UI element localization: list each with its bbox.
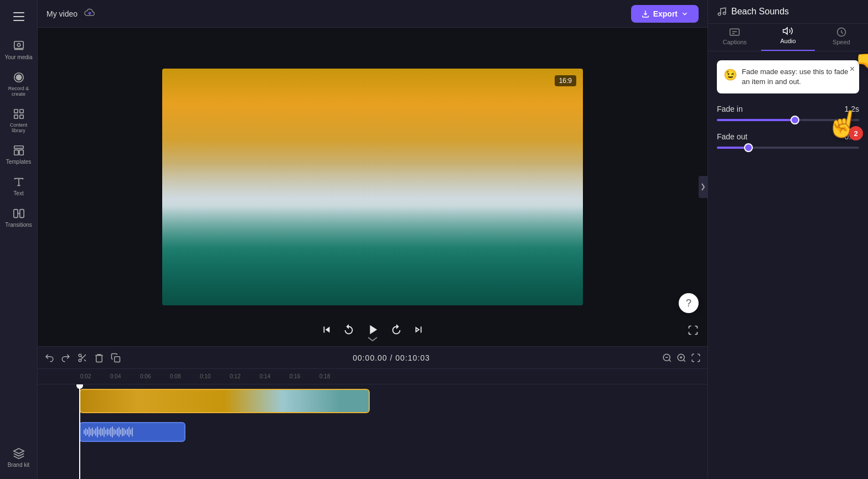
timeline-toolbar: 00:00.00 / 00:10:03 [38, 347, 707, 369]
fade-out-slider[interactable] [717, 147, 859, 149]
sidebar-item-transitions[interactable]: Transitions [2, 203, 35, 232]
fade-in-value: 1.2s [845, 105, 859, 113]
svg-point-13 [79, 354, 81, 357]
svg-point-1 [17, 43, 20, 46]
sidebar-item-brand-kit[interactable]: Brand kit [2, 443, 35, 472]
ruler-mark: 0:10 [199, 373, 229, 379]
sidebar-label-brand-kit: Brand kit [8, 462, 29, 468]
zoom-in-button[interactable] [676, 353, 686, 363]
fade-in-slider-fill [717, 119, 795, 121]
fade-out-label: Fade out [717, 132, 747, 141]
fade-in-label: Fade in [717, 105, 743, 113]
ruler-mark: 0:16 [288, 373, 318, 379]
sidebar-item-text[interactable]: Text [2, 171, 35, 201]
ruler-marks-container: 0:02 0:04 0:06 0:08 0:10 0:12 0:14 0:16 … [79, 373, 707, 379]
redo-button[interactable] [61, 353, 71, 363]
menu-button[interactable] [9, 7, 29, 27]
sidebar-item-record-create[interactable]: Record & create [2, 67, 35, 101]
svg-rect-20 [730, 29, 740, 35]
audio-track-clip[interactable] [79, 422, 185, 442]
right-panel-tabs: Captions Audio Speed [708, 24, 868, 51]
speed-icon [836, 27, 847, 38]
fade-in-slider-thumb[interactable] [790, 116, 799, 124]
sidebar-label-your-media: Your media [4, 54, 32, 60]
tab-speed[interactable]: Speed [815, 21, 868, 51]
help-button[interactable]: ? [679, 293, 699, 313]
sidebar-label-content-library: Content library [4, 122, 33, 133]
timeline-area: 00:00.00 / 00:10:03 [38, 346, 707, 479]
ruler-mark: 0:12 [229, 373, 259, 379]
svg-rect-5 [19, 110, 23, 113]
fade-panel: 😉 Fade made easy: use this to fade an it… [708, 51, 868, 479]
tooltip-emoji: 😉 [724, 67, 737, 82]
fade-in-row: Fade in 1.2s [717, 105, 859, 121]
timeline-tracks [38, 384, 707, 479]
svg-rect-9 [14, 150, 18, 155]
cloud-status-icon [84, 7, 95, 20]
fade-out-label-row: Fade out 0.6s [717, 132, 859, 141]
fade-out-row: Fade out 0.6s [717, 132, 859, 149]
svg-rect-12 [19, 210, 23, 218]
export-label: Export [653, 9, 678, 18]
rewind-button[interactable] [343, 324, 355, 336]
tab-speed-label: Speed [833, 39, 850, 45]
main-area: My video Export 16:9 [38, 0, 707, 479]
audio-panel-title: Beach Sounds [731, 7, 789, 17]
audio-track-row [79, 418, 707, 451]
fade-tooltip: 😉 Fade made easy: use this to fade an it… [717, 60, 859, 93]
fullscreen-timeline-button[interactable] [691, 353, 701, 363]
svg-rect-6 [14, 115, 17, 118]
project-title: My video [46, 9, 78, 18]
fade-in-slider[interactable] [717, 119, 859, 121]
zoom-controls [662, 353, 701, 363]
video-track-clip[interactable] [79, 389, 370, 413]
tab-captions[interactable]: Captions [708, 21, 761, 51]
fade-out-slider-thumb[interactable] [744, 143, 753, 152]
sidebar-item-content-library[interactable]: Content library [2, 103, 35, 138]
svg-rect-15 [115, 356, 120, 362]
fullscreen-button[interactable] [688, 325, 699, 337]
timeline-time-display: 00:00.00 / 00:10:03 [127, 353, 655, 362]
tab-captions-label: Captions [722, 39, 746, 45]
video-track-row [79, 384, 707, 418]
playhead[interactable] [79, 384, 80, 479]
ruler-mark: 0:02 [79, 373, 109, 379]
skip-end-button[interactable] [412, 324, 425, 336]
undo-button[interactable] [44, 353, 54, 363]
topbar: My video Export [38, 0, 707, 28]
export-button[interactable]: Export [631, 5, 699, 23]
sidebar: Your media Record & create Content libra… [0, 0, 38, 479]
sidebar-item-your-media[interactable]: Your media [2, 35, 35, 65]
svg-point-19 [723, 12, 726, 15]
collapse-timeline-button[interactable] [367, 334, 378, 344]
audio-icon [782, 25, 793, 37]
svg-rect-4 [14, 110, 17, 113]
duplicate-button[interactable] [111, 353, 121, 363]
sidebar-label-transitions: Transitions [5, 222, 32, 228]
tooltip-text: Fade made easy: use this to fade an item… [742, 67, 852, 87]
svg-rect-0 [14, 41, 23, 49]
svg-point-2 [16, 75, 21, 80]
svg-point-14 [79, 359, 81, 362]
audio-waveform [84, 426, 181, 438]
skip-start-button[interactable] [321, 324, 333, 336]
right-panel: Beach Sounds Captions Audio Speed 😉 [707, 0, 868, 479]
ruler-mark: 0:08 [169, 373, 199, 379]
forward-button[interactable] [390, 324, 402, 336]
tooltip-close-button[interactable]: × [850, 65, 855, 74]
zoom-out-button[interactable] [662, 353, 672, 363]
captions-icon [729, 27, 740, 38]
tab-audio-label: Audio [780, 38, 795, 44]
sidebar-label-text: Text [13, 190, 23, 196]
tab-audio[interactable]: Audio [761, 20, 814, 51]
timeline-ruler: 0:02 0:04 0:06 0:08 0:10 0:12 0:14 0:16 … [38, 369, 707, 384]
cut-button[interactable] [78, 353, 87, 363]
ruler-mark: 0:18 [318, 373, 348, 379]
collapse-right-panel-button[interactable] [699, 176, 707, 198]
ruler-mark: 0:14 [259, 373, 288, 379]
sidebar-item-templates[interactable]: Templates [2, 140, 35, 169]
delete-button[interactable] [94, 353, 104, 363]
music-icon [717, 7, 727, 17]
svg-point-18 [718, 13, 721, 15]
ruler-mark: 0:06 [139, 373, 169, 379]
